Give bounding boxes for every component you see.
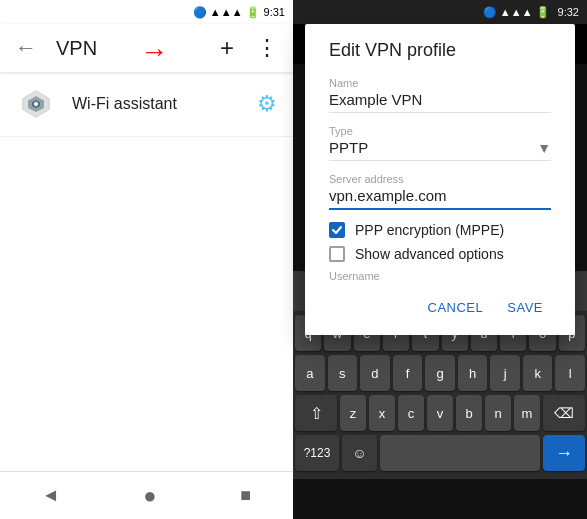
- vpn-item-name: Wi-Fi assistant: [72, 95, 241, 113]
- key-d[interactable]: d: [360, 355, 390, 391]
- recents-nav-button[interactable]: ■: [240, 485, 251, 506]
- ppp-encryption-row[interactable]: PPP encryption (MPPE): [329, 222, 551, 238]
- dialog-actions: CANCEL SAVE: [329, 284, 551, 327]
- page-title: VPN: [56, 37, 197, 60]
- key-g[interactable]: g: [425, 355, 455, 391]
- vpn-settings-icon[interactable]: ⚙: [257, 91, 277, 117]
- server-field-label: Server address: [329, 173, 551, 185]
- key-n[interactable]: n: [485, 395, 511, 431]
- advanced-options-checkbox[interactable]: [329, 246, 345, 262]
- keyboard-row-4: ?123 ☺ →: [295, 435, 585, 471]
- left-status-bar: 🔵 ▲▲▲ 🔋 9:31: [0, 0, 293, 24]
- keyboard-row-3: ⇧ z x c v b n m ⌫: [295, 395, 585, 431]
- username-field-label: Username: [329, 270, 551, 282]
- dialog-title: Edit VPN profile: [329, 40, 551, 61]
- key-a[interactable]: a: [295, 355, 325, 391]
- type-dropdown-icon: ▼: [537, 140, 551, 156]
- space-key[interactable]: [380, 435, 540, 471]
- keyboard-rows: q w e r t y u i o p a s d f g h j k: [293, 311, 587, 479]
- back-button[interactable]: ←: [8, 30, 44, 66]
- advanced-options-row[interactable]: Show advanced options: [329, 246, 551, 262]
- key-f[interactable]: f: [393, 355, 423, 391]
- num-key[interactable]: ?123: [295, 435, 339, 471]
- ppp-encryption-label: PPP encryption (MPPE): [355, 222, 504, 238]
- right-status-bar: 🔵 ▲▲▲ 🔋 9:32: [293, 0, 587, 24]
- keyboard-row-2: a s d f g h j k l: [295, 355, 585, 391]
- right-time: 9:32: [558, 6, 579, 18]
- type-select-row[interactable]: PPTP ▼: [329, 139, 551, 161]
- key-c[interactable]: c: [398, 395, 424, 431]
- key-b[interactable]: b: [456, 395, 482, 431]
- key-s[interactable]: s: [328, 355, 358, 391]
- edit-vpn-dialog: Edit VPN profile Name Example VPN Type P…: [305, 24, 575, 335]
- more-options-button[interactable]: ⋮: [249, 30, 285, 66]
- save-button[interactable]: SAVE: [499, 292, 551, 323]
- vpn-list-item[interactable]: Wi-Fi assistant ⚙: [0, 72, 293, 137]
- left-status-icons: 🔵 ▲▲▲ 🔋: [193, 6, 260, 19]
- type-field-label: Type: [329, 125, 551, 137]
- svg-point-1: [34, 102, 38, 106]
- key-v[interactable]: v: [427, 395, 453, 431]
- emoji-key[interactable]: ☺: [342, 435, 377, 471]
- enter-key[interactable]: →: [543, 435, 585, 471]
- back-nav-button[interactable]: ◄: [42, 485, 60, 506]
- key-z[interactable]: z: [340, 395, 366, 431]
- key-j[interactable]: j: [490, 355, 520, 391]
- shift-key[interactable]: ⇧: [295, 395, 337, 431]
- ppp-encryption-checkbox[interactable]: [329, 222, 345, 238]
- key-k[interactable]: k: [523, 355, 553, 391]
- key-x[interactable]: x: [369, 395, 395, 431]
- key-m[interactable]: m: [514, 395, 540, 431]
- key-h[interactable]: h: [458, 355, 488, 391]
- type-value: PPTP: [329, 139, 368, 156]
- toolbar-actions: + ⋮: [209, 30, 285, 66]
- server-field-value[interactable]: vpn.example.com: [329, 187, 551, 210]
- right-panel: 🔵 ▲▲▲ 🔋 9:32 Edit VPN profile Name Examp…: [293, 0, 587, 519]
- advanced-options-label: Show advanced options: [355, 246, 504, 262]
- left-time: 9:31: [264, 6, 285, 18]
- right-status-icons: 🔵 ▲▲▲ 🔋: [483, 6, 550, 19]
- left-panel: → 🔵 ▲▲▲ 🔋 9:31 ← VPN + ⋮: [0, 0, 293, 519]
- key-l[interactable]: l: [555, 355, 585, 391]
- name-field-value[interactable]: Example VPN: [329, 91, 551, 113]
- red-arrow-indicator: →: [140, 36, 168, 68]
- home-nav-button[interactable]: ●: [143, 483, 156, 509]
- vpn-icon: [16, 84, 56, 124]
- name-field-label: Name: [329, 77, 551, 89]
- add-vpn-button[interactable]: +: [209, 30, 245, 66]
- cancel-button[interactable]: CANCEL: [420, 292, 492, 323]
- backspace-key[interactable]: ⌫: [543, 395, 585, 431]
- left-bottom-nav: ◄ ● ■: [0, 471, 293, 519]
- dialog-wrapper: Edit VPN profile Name Example VPN Type P…: [293, 24, 587, 335]
